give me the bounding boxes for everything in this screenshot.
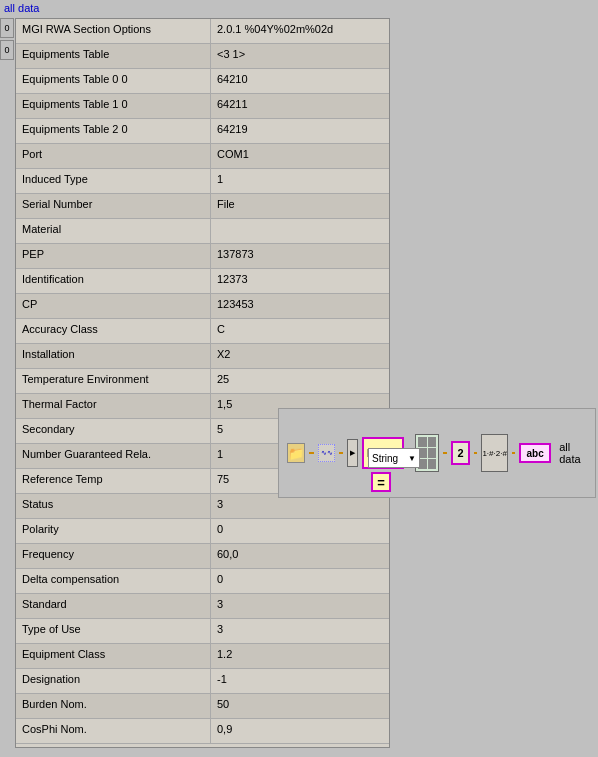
dropdown-arrow[interactable]: ▼ [408, 454, 416, 463]
row-key: Reference Temp [16, 469, 211, 493]
folder-icon[interactable]: 📁 [287, 443, 305, 463]
row-key: Equipments Table [16, 44, 211, 68]
row-key: Temperature Environment [16, 369, 211, 393]
row-value: 3 [211, 619, 389, 643]
row-key: Equipments Table 0 0 [16, 69, 211, 93]
diagram-overlay: 📁 ∿∿ ▶ File.ini 2 1·#·2·# abc all data [278, 408, 596, 498]
row-key: Secondary [16, 419, 211, 443]
table-row: Standard3 [16, 594, 389, 619]
table-row: Equipments Table 1 064211 [16, 94, 389, 119]
table-row: MGI RWA Section Options2.0.1 %04Y%02m%02… [16, 19, 389, 44]
row-value: 0,9 [211, 719, 389, 743]
wire-2 [339, 452, 342, 454]
row-key: CP [16, 294, 211, 318]
row-key: Material [16, 219, 211, 243]
func-block: 1·#·2·# [481, 434, 507, 472]
wire-4 [443, 452, 446, 454]
table-row: CP123453 [16, 294, 389, 319]
data-table-panel[interactable]: MGI RWA Section Options2.0.1 %04Y%02m%02… [15, 18, 390, 748]
row-value: 60,0 [211, 544, 389, 568]
abc-block[interactable]: abc [519, 443, 551, 463]
wire-5 [474, 452, 477, 454]
num-block[interactable]: 2 [451, 441, 471, 465]
table-row: Polarity0 [16, 519, 389, 544]
table-row: Accuracy ClassC [16, 319, 389, 344]
row-key: CosPhi Nom. [16, 719, 211, 743]
table-row: Temperature Environment25 [16, 369, 389, 394]
table-row: Frequency60,0 [16, 544, 389, 569]
row-value: 64219 [211, 119, 389, 143]
row-key: Frequency [16, 544, 211, 568]
table-row: PortCOM1 [16, 144, 389, 169]
row-key: Equipments Table 1 0 [16, 94, 211, 118]
row-key: Designation [16, 669, 211, 693]
row-value: C [211, 319, 389, 343]
table-row: CosPhi Nom.0,9 [16, 719, 389, 744]
row-key: Polarity [16, 519, 211, 543]
row-value: 137873 [211, 244, 389, 268]
table-row: Equipments Table 0 064210 [16, 69, 389, 94]
row-key: Equipment Class [16, 644, 211, 668]
table-row: Burden Nom.50 [16, 694, 389, 719]
table-row: Serial NumberFile [16, 194, 389, 219]
table-row: Delta compensation0 [16, 569, 389, 594]
string-label: String [372, 453, 398, 464]
table-row: Induced Type1 [16, 169, 389, 194]
row-key: Status [16, 494, 211, 518]
row-key: Port [16, 144, 211, 168]
indicator-0-label: 0 [4, 23, 9, 33]
table-row: Designation-1 [16, 669, 389, 694]
wire-6 [512, 452, 515, 454]
table-row: PEP137873 [16, 244, 389, 269]
row-key: Standard [16, 594, 211, 618]
squiggle-block: ∿∿ [318, 444, 336, 462]
table-row: InstallationX2 [16, 344, 389, 369]
row-value: 1.2 [211, 644, 389, 668]
table-row: Equipment Class1.2 [16, 644, 389, 669]
row-value: 0 [211, 519, 389, 543]
indicator-0[interactable]: 0 [0, 18, 14, 38]
string-dropdown[interactable]: String ▼ [368, 448, 420, 468]
row-value: 2.0.1 %04Y%02m%02d [211, 19, 389, 43]
indicator-1-label: 0 [4, 45, 9, 55]
row-key: Equipments Table 2 0 [16, 119, 211, 143]
row-key: Serial Number [16, 194, 211, 218]
wire-1 [309, 452, 314, 454]
equals-block[interactable]: = [371, 472, 391, 492]
row-key: Number Guaranteed Rela. [16, 444, 211, 468]
table-row: Equipments Table<3 1> [16, 44, 389, 69]
row-key: MGI RWA Section Options [16, 19, 211, 43]
table-container: MGI RWA Section Options2.0.1 %04Y%02m%02… [16, 19, 389, 744]
table-row: Type of Use3 [16, 619, 389, 644]
row-key: Delta compensation [16, 569, 211, 593]
row-value: File [211, 194, 389, 218]
row-value [211, 219, 389, 243]
row-key: Type of Use [16, 619, 211, 643]
row-value: 25 [211, 369, 389, 393]
row-value: 1 [211, 169, 389, 193]
top-label: all data [0, 0, 598, 16]
row-value: 123453 [211, 294, 389, 318]
row-value: -1 [211, 669, 389, 693]
indicator-1[interactable]: 0 [0, 40, 14, 60]
row-value: 64211 [211, 94, 389, 118]
row-key: Accuracy Class [16, 319, 211, 343]
left-indicators: 0 0 [0, 18, 15, 60]
small-block-1: ▶ [347, 439, 358, 467]
row-key: Thermal Factor [16, 394, 211, 418]
row-key: Identification [16, 269, 211, 293]
row-value: 3 [211, 594, 389, 618]
row-value: <3 1> [211, 44, 389, 68]
all-data-label: all data [559, 441, 587, 465]
row-value: 12373 [211, 269, 389, 293]
table-row: Material [16, 219, 389, 244]
row-value: 64210 [211, 69, 389, 93]
row-value: X2 [211, 344, 389, 368]
row-key: Burden Nom. [16, 694, 211, 718]
row-key: PEP [16, 244, 211, 268]
table-row: Identification12373 [16, 269, 389, 294]
row-key: Induced Type [16, 169, 211, 193]
row-value: 0 [211, 569, 389, 593]
row-key: Installation [16, 344, 211, 368]
row-value: 50 [211, 694, 389, 718]
